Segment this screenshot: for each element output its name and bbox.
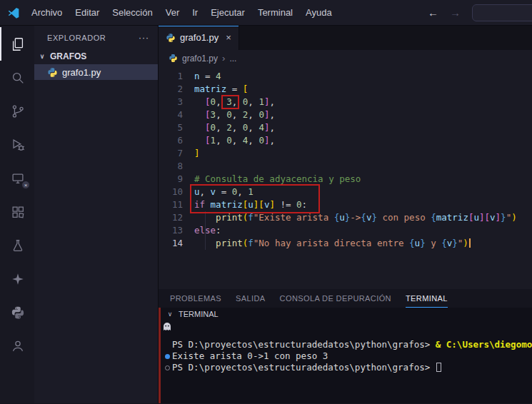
beaker-icon <box>10 238 26 253</box>
history-navigation: ← → <box>428 6 461 19</box>
code-text: [0, 2, 0, 4], <box>183 121 275 134</box>
error-badge: × <box>21 181 30 189</box>
forward-button[interactable]: → <box>450 6 461 19</box>
titlebar: Archivo Editar Selección Ver Ir Ejecutar… <box>0 0 532 26</box>
python-file-icon <box>47 67 58 78</box>
terminal-text: Existe arista 0->1 con peso 3 <box>172 350 328 362</box>
line-number: 4 <box>159 108 183 121</box>
panel-tab-consola[interactable]: CONSOLA DE DEPURACIÓN <box>280 289 391 308</box>
line-number: 13 <box>159 224 183 237</box>
indent-guide <box>205 211 206 250</box>
activity-bar: × <box>0 26 34 403</box>
file-grafo1[interactable]: grafo1.py <box>34 64 158 80</box>
code-text: [1, 0, 4, 0], <box>183 134 275 147</box>
menu-bar: Archivo Editar Selección Ver Ir Ejecutar… <box>26 4 338 21</box>
activity-search[interactable] <box>0 61 34 94</box>
command-decoration-empty <box>162 339 172 350</box>
code-line[interactable]: 6 [1, 0, 4, 0], <box>159 134 532 147</box>
terminal-shell-icon <box>163 322 171 333</box>
terminal-cursor <box>436 363 441 372</box>
code-line[interactable]: 13else: <box>159 224 532 237</box>
activity-explorer[interactable] <box>0 27 34 61</box>
line-number: 10 <box>159 186 183 198</box>
search-icon <box>10 70 26 86</box>
terminal-line[interactable]: PS D:\proyectos\estructuradedatos\python… <box>162 339 532 350</box>
line-number: 14 <box>159 237 183 250</box>
code-line[interactable]: 8 <box>159 160 532 173</box>
code-text: [0, 3, 0, 1], <box>183 96 275 108</box>
command-decoration-success[interactable] <box>162 350 172 362</box>
code-line[interactable]: 12 print(f"Existe arista {u}->{v} con pe… <box>159 211 532 224</box>
explorer-sidebar: EXPLORADOR ··· ∨ GRAFOS grafo1.py <box>34 26 159 403</box>
code-text: u, v = 0, 1 <box>183 186 254 198</box>
terminal-line[interactable]: Existe arista 0->1 con peso 3 <box>162 350 532 362</box>
activity-run-debug[interactable] <box>0 128 34 161</box>
command-center-search[interactable] <box>472 4 532 21</box>
line-number: 7 <box>159 147 183 160</box>
line-number: 5 <box>159 121 183 134</box>
activity-source-control[interactable] <box>0 94 34 128</box>
vscode-window: Archivo Editar Selección Ver Ir Ejecutar… <box>0 0 532 404</box>
activity-accounts[interactable] <box>0 329 34 363</box>
line-number: 2 <box>159 83 183 96</box>
tab-grafo1[interactable]: grafo1.py × <box>159 26 239 50</box>
more-actions-icon[interactable]: ··· <box>139 33 149 43</box>
code-line[interactable]: 9# Consulta de adyacencia y peso <box>159 173 532 186</box>
code-line[interactable]: 4 [3, 0, 2, 0], <box>159 108 532 121</box>
code-editor[interactable]: 1n = 42matriz = [3 [0, 3, 0, 1],4 [3, 0,… <box>159 67 532 289</box>
menu-editar[interactable]: Editar <box>69 4 105 21</box>
editor-group: grafo1.py × grafo1.py › ... 1n = 42matri… <box>159 26 532 403</box>
panel-tab-problemas[interactable]: PROBLEMAS <box>170 289 221 308</box>
code-line[interactable]: 2matriz = [ <box>159 83 532 96</box>
code-line[interactable]: 1n = 4 <box>159 70 532 83</box>
menu-ir[interactable]: Ir <box>186 4 204 21</box>
menu-ayuda[interactable]: Ayuda <box>300 4 338 21</box>
breadcrumb-symbol[interactable]: ... <box>229 54 236 64</box>
line-number: 11 <box>159 198 183 211</box>
terminal-section-header[interactable]: ∨ TERMINAL <box>161 308 532 320</box>
command-decoration-pending[interactable] <box>162 362 172 373</box>
menu-seleccion[interactable]: Selección <box>106 4 158 21</box>
activity-python[interactable] <box>0 296 34 329</box>
code-line[interactable]: 3 [0, 3, 0, 1], <box>159 96 532 108</box>
bottom-panel: PROBLEMAS SALIDA CONSOLA DE DEPURACIÓN T… <box>159 289 532 403</box>
code-text: [3, 0, 2, 0], <box>183 108 275 121</box>
terminal-line[interactable]: PS D:\proyectos\estructuradedatos\python… <box>162 362 532 373</box>
code-text: print(f"Existe arista {u}->{v} con peso … <box>183 211 517 224</box>
python-file-icon <box>166 33 176 43</box>
code-line[interactable]: 14 print(f"No hay arista directa entre {… <box>159 237 532 250</box>
activity-copilot[interactable] <box>0 262 34 296</box>
panel-tab-salida[interactable]: SALIDA <box>236 289 266 308</box>
folder-label: GRAFOS <box>50 51 86 61</box>
git-branch-icon <box>10 103 26 119</box>
breadcrumb: grafo1.py › ... <box>159 50 532 67</box>
chevron-down-icon: ∨ <box>37 53 47 60</box>
code-line[interactable]: 10u, v = 0, 1 <box>159 186 532 198</box>
breadcrumb-separator-icon: › <box>222 53 225 64</box>
activity-remote-explorer[interactable]: × <box>0 161 34 195</box>
panel-tabs: PROBLEMAS SALIDA CONSOLA DE DEPURACIÓN T… <box>159 289 532 308</box>
code-line[interactable]: 11if matriz[u][v] != 0: <box>159 198 532 211</box>
code-line[interactable]: 5 [0, 2, 0, 4], <box>159 121 532 134</box>
menu-terminal[interactable]: Terminal <box>252 4 298 21</box>
menu-ejecutar[interactable]: Ejecutar <box>205 4 251 21</box>
folder-grafos[interactable]: ∨ GRAFOS <box>34 49 158 64</box>
menu-ver[interactable]: Ver <box>160 4 186 21</box>
explorer-title: EXPLORADOR <box>47 34 106 42</box>
terminal-output[interactable]: PS D:\proyectos\estructuradedatos\python… <box>161 320 532 403</box>
menu-archivo[interactable]: Archivo <box>26 4 68 21</box>
line-number: 6 <box>159 134 183 147</box>
code-lines: 1n = 42matriz = [3 [0, 3, 0, 1],4 [3, 0,… <box>159 70 532 250</box>
back-button[interactable]: ← <box>428 6 438 19</box>
code-line[interactable]: 7] <box>159 147 532 160</box>
debug-icon <box>10 137 26 153</box>
breadcrumb-file[interactable]: grafo1.py <box>182 54 218 64</box>
activity-testing[interactable] <box>0 228 34 262</box>
panel-tab-terminal[interactable]: TERMINAL <box>406 289 448 308</box>
line-number: 8 <box>159 160 183 173</box>
code-text: matriz = [ <box>183 83 248 96</box>
activity-extensions[interactable] <box>0 195 34 228</box>
files-icon <box>10 36 26 52</box>
account-icon <box>10 338 26 354</box>
close-icon[interactable]: × <box>226 32 231 43</box>
